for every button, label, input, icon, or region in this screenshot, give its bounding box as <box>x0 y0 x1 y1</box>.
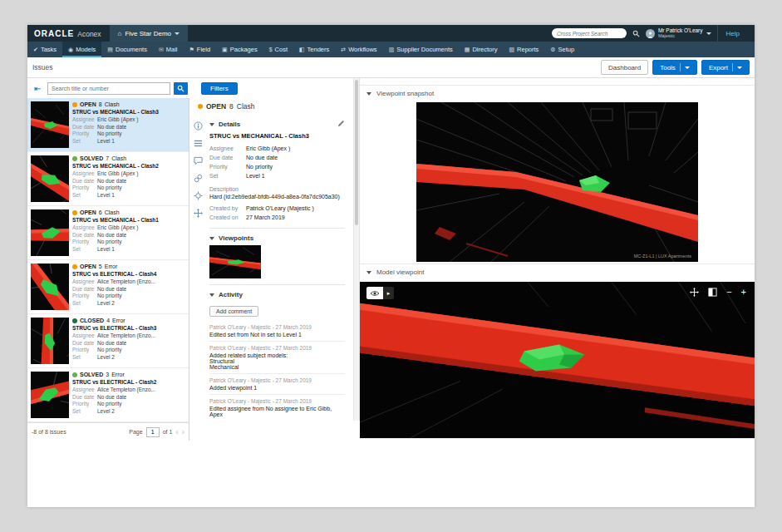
status-dot <box>72 210 77 215</box>
tab-supplier-documents[interactable]: ▥Supplier Documents <box>383 42 459 57</box>
tab-mail[interactable]: ✉Mail <box>153 42 184 57</box>
issue-field-value: No due date <box>97 124 126 131</box>
export-button[interactable]: Export <box>701 60 750 75</box>
viewpoint-snapshot-image[interactable]: MC-Z1-L1 | LUX Apartments <box>416 102 698 262</box>
zoom-in-icon[interactable]: + <box>741 288 746 297</box>
project-selector[interactable]: ⌂ Five Star Demo <box>110 25 188 42</box>
issue-field-label: Priority <box>72 293 95 300</box>
export-button-label: Export <box>709 64 728 71</box>
tab-tasks[interactable]: ✔Tasks <box>27 42 62 57</box>
issue-field-row: Due dateNo due date <box>72 178 185 185</box>
scrollbar-thumb[interactable] <box>355 80 358 225</box>
tab-workflows[interactable]: ⇄Workflows <box>335 42 382 57</box>
section-view-icon[interactable] <box>708 288 717 297</box>
pan-move-icon[interactable] <box>690 288 699 297</box>
model-viewpoint-panel[interactable]: ▸ − + <box>360 282 755 439</box>
info-icon[interactable] <box>194 121 203 131</box>
transform-icon[interactable] <box>194 209 203 218</box>
next-page-icon[interactable]: › <box>182 428 184 436</box>
issue-search-input[interactable] <box>47 82 170 95</box>
tab-cost[interactable]: $Cost <box>263 42 293 57</box>
tab-field[interactable]: ⚑Field <box>184 42 217 57</box>
issue-list-item[interactable]: OPEN5ErrorSTRUC vs ELECTRICAL - Clash4As… <box>27 260 189 314</box>
comment-icon[interactable] <box>194 156 203 165</box>
page-label: Page <box>129 429 142 435</box>
issue-info: SOLVED3ErrorSTRUC vs ELECTRICAL - Clash2… <box>72 372 185 418</box>
issue-list-item[interactable]: OPEN8ClashSTRUC vs MECHANICAL - Clash3As… <box>27 98 189 152</box>
tab-reports[interactable]: ▧Reports <box>503 42 544 57</box>
issue-field-value: Eric Gibb (Apex ) <box>97 116 139 124</box>
dashboard-button[interactable]: Dashboard <box>601 60 648 75</box>
cross-project-search-input[interactable] <box>552 28 627 38</box>
user-menu[interactable]: Mr Patrick O'Leary Majestic <box>646 25 711 42</box>
issue-title: STRUC vs MECHANICAL - Clash1 <box>72 217 185 223</box>
issue-number: 7 <box>106 155 109 161</box>
tab-models[interactable]: ◉Models <box>62 42 101 57</box>
issue-status: SOLVED <box>80 372 103 377</box>
issue-title: STRUC vs ELECTRICAL - Clash2 <box>72 379 185 385</box>
issue-list-item[interactable]: CLOSED4ErrorSTRUC vs ELECTRICAL - Clash3… <box>27 314 189 368</box>
location-icon[interactable] <box>194 191 203 200</box>
viewpoint-thumbnail[interactable] <box>209 245 261 278</box>
link-icon[interactable] <box>194 174 203 183</box>
tab-packages[interactable]: ▣Packages <box>216 42 263 57</box>
tab-directory[interactable]: ▦Directory <box>459 42 504 57</box>
issue-info: CLOSED4ErrorSTRUC vs ELECTRICAL - Clash3… <box>72 318 185 364</box>
building-icon: ⌂ <box>118 30 122 37</box>
directory-icon: ▦ <box>465 47 470 53</box>
issues-count-summary: -8 of 8 issues <box>32 429 66 435</box>
edit-pencil-icon[interactable] <box>337 120 345 129</box>
search-icon[interactable] <box>632 30 640 37</box>
detail-scrollbar[interactable] <box>353 78 360 421</box>
issue-field-row: SetLevel 1 <box>72 138 185 145</box>
issue-field-value: Level 2 <box>97 354 115 362</box>
tab-documents[interactable]: ▤Documents <box>101 42 153 57</box>
issue-field-row: Due dateNo due date <box>72 340 185 347</box>
viewpoint-snapshot-header[interactable]: Viewpoint snapshot <box>360 85 755 101</box>
activity-section-header[interactable]: Activity <box>209 291 345 298</box>
issue-field-value: No due date <box>97 232 126 239</box>
fields-icon[interactable] <box>194 139 203 148</box>
help-link[interactable]: Help <box>717 25 748 42</box>
workflows-icon: ⇄ <box>341 47 346 53</box>
tab-tenders[interactable]: ◧Tenders <box>293 42 335 57</box>
issue-field-value: Alice Templeton (Enzo... <box>97 278 155 286</box>
tools-button[interactable]: Tools <box>652 60 697 75</box>
issue-field-label: Due date <box>72 232 95 239</box>
search-submit-button[interactable] <box>174 82 188 95</box>
issue-field-value: No due date <box>97 394 126 401</box>
status-dot <box>72 264 77 269</box>
created-on-label: Created on <box>209 213 246 222</box>
issue-field-row: PriorityNo priority <box>72 347 185 354</box>
issue-status-row: SOLVED7Clash <box>72 155 185 161</box>
visibility-eye-button[interactable] <box>366 287 383 299</box>
issue-field-value: No due date <box>97 286 126 293</box>
button-divider <box>732 63 733 71</box>
filters-button[interactable]: Filters <box>201 82 238 95</box>
documents-icon: ▤ <box>107 47 113 53</box>
viewpoints-section-header[interactable]: Viewpoints <box>209 234 345 242</box>
issue-list-item[interactable]: OPEN6ClashSTRUC vs MECHANICAL - Clash1As… <box>27 206 189 260</box>
tab-label: Supplier Documents <box>396 46 453 53</box>
issue-list-item[interactable]: SOLVED7ClashSTRUC vs MECHANICAL - Clash2… <box>27 152 189 206</box>
reports-icon: ▧ <box>509 47 514 53</box>
add-comment-button[interactable]: Add comment <box>209 306 258 317</box>
user-avatar-icon <box>646 29 655 38</box>
model-viewpoint-header[interactable]: Model viewpoint <box>360 264 755 279</box>
issue-field-value: Eric Gibb (Apex ) <box>97 170 139 178</box>
issue-number: 6 <box>99 209 102 215</box>
collapse-panel-button[interactable]: ⇤ <box>32 82 44 95</box>
tab-setup[interactable]: ⚙Setup <box>544 42 580 57</box>
zoom-out-icon[interactable]: − <box>726 288 731 297</box>
expand-tools-button[interactable]: ▸ <box>383 287 394 299</box>
issue-field-row: SetLevel 1 <box>72 246 185 254</box>
issue-thumbnail <box>31 318 69 364</box>
issue-field-row: AssigneeEric Gibb (Apex ) <box>72 116 185 124</box>
issue-list-item[interactable]: SOLVED3ErrorSTRUC vs ELECTRICAL - Clash2… <box>27 368 189 422</box>
tenders-icon: ◧ <box>299 47 305 53</box>
issue-field-label: Assignee <box>72 116 95 124</box>
page-number-input[interactable] <box>146 427 160 437</box>
issue-field-row: Due dateNo due date <box>72 286 185 293</box>
previous-page-icon[interactable]: ‹ <box>175 428 178 436</box>
details-section-header[interactable]: Details <box>209 120 345 129</box>
